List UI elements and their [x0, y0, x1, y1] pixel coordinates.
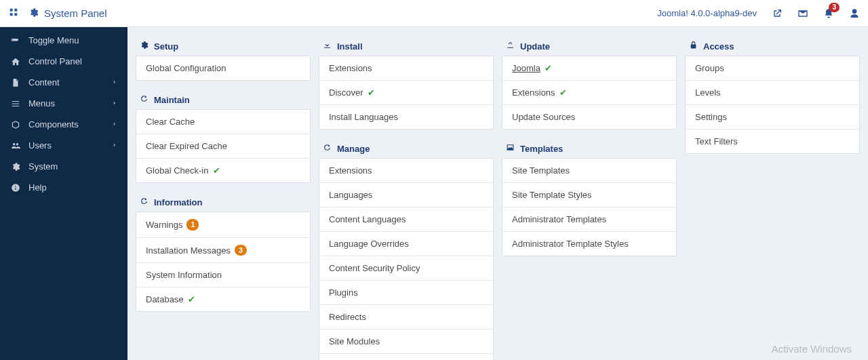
item-label: Administrator Template Styles — [512, 239, 629, 249]
item-update-sources[interactable]: Update Sources — [502, 105, 676, 129]
user-icon[interactable] — [849, 8, 860, 19]
item-site-modules[interactable]: Site Modules — [319, 329, 493, 354]
panel-list-install: ExtensionsDiscover✔Install Languages — [319, 56, 494, 129]
panel-list-information: Warnings1Installation Messages3System In… — [136, 212, 311, 312]
item-label: Language Overrides — [329, 239, 409, 249]
item-extensions[interactable]: Extensions — [319, 159, 493, 183]
item-text-filters[interactable]: Text Filters — [686, 129, 859, 153]
panel-title: Information — [154, 197, 203, 207]
image-icon — [506, 143, 515, 154]
item-label: Site Modules — [329, 336, 380, 346]
home-icon — [9, 57, 22, 66]
item-languages[interactable]: Languages — [319, 183, 493, 207]
main-content: SetupGlobal ConfigurationMaintainClear C… — [127, 27, 868, 360]
sidebar-item-toggle-menu[interactable]: Toggle Menu — [0, 30, 127, 51]
item-redirects[interactable]: Redirects — [319, 305, 493, 329]
item-label: Text Filters — [695, 136, 738, 146]
item-extensions[interactable]: Extensions — [319, 56, 493, 81]
sidebar-item-label: Control Panel — [28, 56, 82, 66]
sidebar-item-content[interactable]: Content — [0, 72, 127, 93]
column-4: AccessGroupsLevelsSettingsText Filters — [685, 35, 860, 360]
item-label: Installation Messages — [146, 245, 231, 256]
item-global-check-in[interactable]: Global Check-in✔ — [136, 159, 310, 182]
sidebar-item-menus[interactable]: Menus — [0, 93, 127, 114]
item-levels[interactable]: Levels — [686, 81, 859, 105]
item-label: Content Languages — [329, 214, 406, 224]
sidebar-item-label: Users — [28, 140, 52, 151]
item-administrator-modules[interactable]: Administrator Modules — [319, 354, 493, 360]
panel-templates: TemplatesSite TemplatesSite Template Sty… — [502, 138, 677, 256]
panel-columns: SetupGlobal ConfigurationMaintainClear C… — [136, 35, 860, 360]
item-system-information[interactable]: System Information — [136, 263, 310, 287]
sidebar-item-control-panel[interactable]: Control Panel — [0, 51, 127, 72]
item-label: Extensions — [512, 87, 555, 98]
item-label: Update Sources — [512, 112, 575, 122]
gear-icon — [28, 7, 39, 20]
column-1: SetupGlobal ConfigurationMaintainClear C… — [136, 35, 311, 360]
panel-title: Setup — [154, 41, 178, 52]
item-database[interactable]: Database✔ — [136, 287, 310, 311]
sidebar-item-label: Menus — [28, 98, 55, 108]
item-plugins[interactable]: Plugins — [319, 281, 493, 305]
chevron-right-icon — [111, 98, 118, 108]
panel-information: InformationWarnings1Installation Message… — [136, 191, 311, 312]
item-groups[interactable]: Groups — [686, 56, 859, 81]
item-joomla[interactable]: Joomla✔ — [502, 56, 676, 81]
count-badge: 3 — [235, 245, 247, 256]
page-title-wrap: System Panel — [28, 7, 107, 20]
sidebar-item-users[interactable]: Users — [0, 135, 127, 156]
item-content-languages[interactable]: Content Languages — [319, 207, 493, 232]
version-label[interactable]: Joomla! 4.0.0-alpha9-dev — [657, 8, 757, 18]
item-settings[interactable]: Settings — [686, 105, 859, 129]
mail-icon[interactable] — [797, 8, 808, 19]
item-warnings[interactable]: Warnings1 — [136, 212, 310, 238]
panel-header-manage: Manage — [319, 138, 494, 158]
item-label: Levels — [695, 87, 721, 98]
item-administrator-template-styles[interactable]: Administrator Template Styles — [502, 232, 676, 256]
item-administrator-templates[interactable]: Administrator Templates — [502, 207, 676, 232]
item-label: Plugins — [329, 287, 358, 298]
bell-icon[interactable]: 3 — [823, 8, 834, 19]
item-install-languages[interactable]: Install Languages — [319, 105, 493, 129]
sidebar: Toggle MenuControl PanelContentMenusComp… — [0, 27, 127, 360]
item-clear-cache[interactable]: Clear Cache — [136, 110, 310, 134]
item-content-security-policy[interactable]: Content Security Policy — [319, 256, 493, 281]
refresh-icon — [140, 94, 149, 105]
panel-title: Access — [703, 41, 734, 52]
item-label: Warnings — [146, 220, 182, 230]
check-icon: ✔ — [213, 165, 220, 176]
upload-icon — [506, 41, 515, 52]
panel-header-install: Install — [319, 35, 494, 56]
item-label: Joomla — [512, 63, 540, 73]
item-label: Extensions — [329, 165, 372, 176]
item-discover[interactable]: Discover✔ — [319, 81, 493, 105]
panel-header-setup: Setup — [136, 35, 311, 56]
download-icon — [323, 41, 332, 52]
item-installation-messages[interactable]: Installation Messages3 — [136, 238, 310, 264]
users-icon — [9, 141, 22, 151]
panel-title: Install — [337, 41, 363, 52]
sidebar-item-label: Content — [28, 77, 60, 87]
gear-icon — [9, 162, 22, 172]
panel-header-templates: Templates — [502, 138, 677, 158]
item-label: Global Configuration — [146, 63, 226, 73]
sidebar-item-help[interactable]: Help — [0, 177, 127, 198]
item-clear-expired-cache[interactable]: Clear Expired Cache — [136, 134, 310, 159]
count-badge: 1 — [186, 219, 199, 231]
item-site-templates[interactable]: Site Templates — [502, 159, 676, 183]
cube-icon — [9, 120, 22, 129]
panel-list-manage: ExtensionsLanguagesContent LanguagesLang… — [319, 158, 494, 360]
open-external-icon[interactable] — [772, 8, 783, 19]
item-language-overrides[interactable]: Language Overrides — [319, 232, 493, 256]
panel-list-setup: Global Configuration — [136, 56, 311, 81]
item-site-template-styles[interactable]: Site Template Styles — [502, 183, 676, 207]
panel-update: UpdateJoomla✔Extensions✔Update Sources — [502, 35, 677, 129]
panel-title: Maintain — [154, 95, 190, 105]
refresh-icon — [140, 197, 149, 207]
sidebar-item-components[interactable]: Components — [0, 114, 127, 135]
sidebar-item-label: Toggle Menu — [28, 35, 79, 45]
item-extensions[interactable]: Extensions✔ — [502, 81, 676, 105]
panel-title: Templates — [520, 144, 563, 154]
sidebar-item-system[interactable]: System — [0, 156, 127, 177]
item-global-configuration[interactable]: Global Configuration — [136, 56, 310, 80]
